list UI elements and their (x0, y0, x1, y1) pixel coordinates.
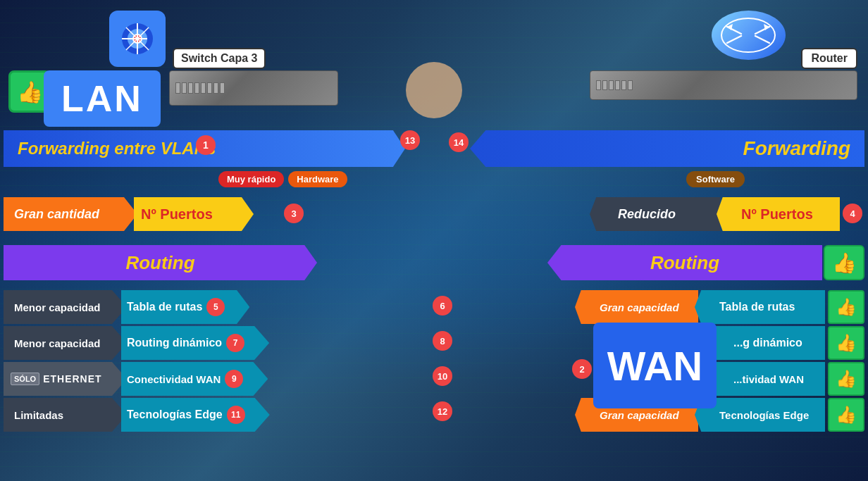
lan-text-box: LAN (44, 70, 161, 127)
switch-icon-svg (116, 18, 159, 60)
svg-line-11 (755, 36, 769, 43)
cell-tecnologias-edge-left: Tecnologías Edge 11 (121, 398, 270, 432)
cell-conectividad-wan-right: ...tividad WAN (709, 362, 825, 396)
gran-cantidad-cell: Gran cantidad (4, 197, 137, 231)
speed-tags: Muy rápido Hardware (218, 171, 347, 187)
badge-11: 11 (227, 406, 245, 424)
switch-hardware-image (169, 70, 338, 106)
cell-menor-cap-2: Menor capacidad (4, 326, 127, 360)
badge-13: 13 (400, 130, 420, 150)
forwarding-vlans-text: Forwarding entre VLANs (18, 139, 216, 158)
ports-row-left: Gran cantidad Nº Puertos (4, 197, 254, 231)
cell-conectividad-wan: Conectividad WAN 9 (121, 362, 268, 396)
svg-line-10 (727, 36, 741, 43)
table-row-left-4: Limitadas Tecnologías Edge 11 (4, 398, 270, 432)
switch-icon (109, 11, 166, 67)
cell-routing-dinamico: Routing dinámico 7 (121, 326, 269, 360)
badge-9: 9 (225, 370, 243, 388)
routing-right-banner: Routing (547, 245, 822, 280)
table-row-left-1: Menor capacidad Tabla de rutas 5 (4, 290, 249, 324)
thumbs-corner-1: 👍 (828, 290, 864, 324)
forwarding-right-banner: Forwarding (470, 130, 864, 167)
badge-12: 12 (433, 401, 452, 421)
cell-gran-cap-1: Gran capacidad (575, 290, 698, 324)
reducido-cell: Reducido (590, 197, 720, 231)
routing-left-banner: Routing (4, 245, 317, 280)
badge-3: 3 (284, 204, 304, 223)
badge-2: 2 (572, 359, 592, 379)
badge-1: 1 (196, 135, 216, 155)
table-row-right-1: Gran capacidad Tabla de rutas 👍 (575, 290, 864, 324)
router-icon (709, 7, 787, 63)
badge-10: 10 (433, 366, 452, 386)
ports-row-right: Reducido Nº Puertos (590, 197, 840, 231)
table-row-left-3: SÓLO ETHERNET Conectividad WAN 9 (4, 362, 268, 396)
thumbs-up-routing-right: 👍 (824, 245, 864, 280)
cell-tabla-rutas-right: Tabla de rutas (695, 290, 825, 324)
thumbs-corner-2: 👍 (828, 326, 864, 360)
switch-capa3-label: Switch Capa 3 (173, 48, 266, 69)
cell-solo-eth: SÓLO ETHERNET (4, 362, 127, 396)
lan-label: LAN (61, 78, 143, 119)
svg-point-7 (721, 18, 775, 52)
cell-menor-cap-1: Menor capacidad (4, 290, 127, 324)
cell-tabla-rutas-1: Tabla de rutas 5 (121, 290, 249, 324)
badge-8: 8 (433, 331, 452, 351)
n-puertos-cell-right: Nº Puertos (717, 197, 840, 231)
router-disc (712, 11, 786, 60)
routing-left-text: Routing (125, 252, 194, 274)
router-label-box: Router (801, 48, 857, 69)
cell-limitadas: Limitadas (4, 398, 127, 432)
tag-software: Software (686, 171, 745, 187)
badge-6: 6 (433, 296, 452, 316)
wan-text: WAN (607, 342, 702, 389)
forwarding-right-text: Forwarding (743, 137, 850, 160)
badge-4: 4 (843, 204, 862, 223)
routing-right-text: Routing (650, 252, 719, 274)
cell-routing-din-right: ...g dinámico (709, 326, 825, 360)
wan-box: WAN (593, 323, 717, 408)
tag-hardware: Hardware (288, 171, 347, 187)
thumbs-corner-4: 👍 (828, 398, 864, 432)
badge-14: 14 (449, 132, 469, 152)
n-puertos-cell-left: Nº Puertos (134, 197, 254, 231)
tag-muy-rapido: Muy rápido (218, 171, 284, 187)
router-disc-svg (720, 16, 776, 55)
thumbs-corner-3: 👍 (828, 362, 864, 396)
badge-5: 5 (206, 298, 225, 316)
badge-7: 7 (226, 334, 244, 352)
table-row-left-2: Menor capacidad Routing dinámico 7 (4, 326, 269, 360)
router-hardware-image (590, 70, 857, 100)
